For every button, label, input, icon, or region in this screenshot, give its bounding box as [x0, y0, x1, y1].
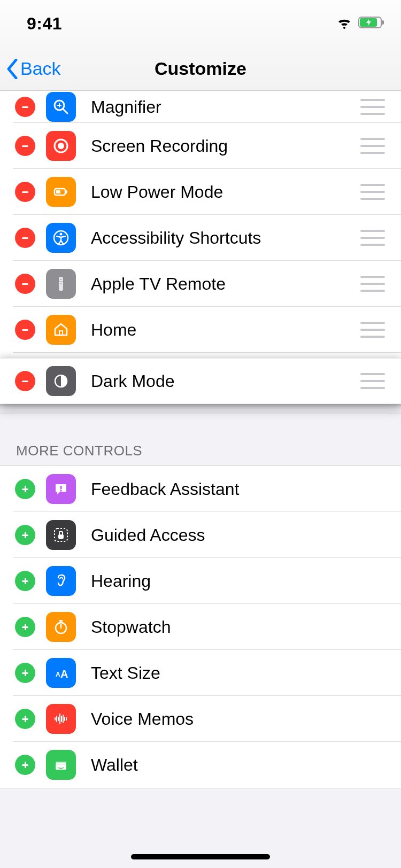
status-time: 9:41 [27, 14, 62, 34]
row-accessibility[interactable]: Accessibility Shortcuts [0, 215, 401, 261]
back-label: Back [20, 58, 61, 79]
remove-button[interactable] [15, 136, 35, 156]
add-button[interactable] [15, 755, 35, 775]
row-label: Low Power Mode [91, 182, 360, 202]
feedback-icon [46, 474, 76, 504]
svg-rect-35 [58, 534, 64, 539]
wifi-icon [336, 16, 353, 31]
row-label: Stopwatch [91, 617, 401, 637]
remove-button[interactable] [15, 371, 35, 391]
svg-rect-45 [25, 670, 26, 676]
add-button[interactable] [15, 479, 35, 499]
row-label: Accessibility Shortcuts [91, 228, 360, 248]
row-label: Magnifier [91, 97, 360, 117]
row-label: Voice Memos [91, 709, 401, 729]
row-label: Wallet [91, 755, 401, 775]
svg-rect-15 [22, 237, 28, 239]
row-label: Dark Mode [91, 371, 360, 391]
remove-button[interactable] [15, 182, 35, 202]
text-size-icon: AA [46, 658, 76, 688]
row-label: Guided Access [91, 525, 401, 545]
row-text-size[interactable]: AA Text Size [0, 650, 401, 696]
dark-mode-icon [46, 366, 76, 396]
svg-line-5 [63, 109, 67, 113]
drag-handle-icon[interactable] [360, 322, 385, 338]
svg-rect-3 [22, 106, 28, 108]
row-wallet[interactable]: Wallet [0, 742, 401, 788]
drag-handle-icon[interactable] [360, 138, 385, 154]
add-button[interactable] [15, 525, 35, 545]
row-label: Hearing [91, 571, 401, 591]
remove-button[interactable] [15, 228, 35, 248]
row-feedback[interactable]: Feedback Assistant [0, 466, 401, 512]
status-icons [336, 15, 385, 32]
waveform-icon [46, 704, 76, 734]
back-button[interactable]: Back [0, 58, 61, 79]
remove-button[interactable] [15, 320, 35, 340]
row-home[interactable]: Home [0, 307, 401, 353]
stopwatch-icon [46, 612, 76, 642]
svg-rect-11 [22, 191, 28, 193]
lock-dashed-icon [46, 520, 76, 550]
svg-rect-33 [25, 532, 26, 538]
magnifier-icon [46, 92, 76, 122]
row-stopwatch[interactable]: Stopwatch [0, 604, 401, 650]
row-magnifier[interactable]: Magnifier [0, 91, 401, 123]
add-button[interactable] [15, 709, 35, 729]
drag-handle-icon[interactable] [360, 373, 385, 389]
record-icon [46, 131, 76, 161]
wallet-icon [46, 750, 76, 780]
svg-rect-1 [382, 20, 384, 25]
svg-rect-49 [25, 716, 26, 722]
drag-handle-icon[interactable] [360, 184, 385, 200]
drag-handle-icon[interactable] [360, 230, 385, 246]
svg-rect-13 [66, 190, 67, 193]
ear-icon [46, 566, 76, 596]
chevron-left-icon [6, 59, 18, 79]
svg-rect-42 [59, 620, 63, 622]
add-button[interactable] [15, 617, 35, 637]
drag-handle-icon[interactable] [360, 99, 385, 115]
svg-rect-37 [25, 578, 26, 584]
svg-text:A: A [60, 668, 68, 680]
svg-rect-26 [22, 381, 28, 382]
svg-rect-30 [60, 486, 62, 489]
row-label: Apple TV Remote [91, 274, 360, 294]
more-controls-header: MORE CONTROLS [0, 414, 401, 466]
remove-button[interactable] [15, 97, 35, 117]
included-controls-list: Magnifier Screen Recording Low Power Mod… [0, 91, 401, 414]
row-label: Screen Recording [91, 136, 360, 156]
svg-rect-31 [60, 490, 62, 492]
battery-charging-icon [358, 15, 385, 32]
accessibility-icon [46, 223, 76, 253]
more-controls-list: Feedback Assistant Guided Access Hearing… [0, 466, 401, 788]
row-low-power[interactable]: Low Power Mode [0, 169, 401, 215]
row-dark-mode[interactable]: Dark Mode [0, 358, 401, 404]
svg-rect-8 [22, 145, 28, 147]
svg-point-17 [60, 233, 63, 236]
row-hearing[interactable]: Hearing [0, 558, 401, 604]
remote-icon [46, 269, 76, 299]
home-icon [46, 315, 76, 345]
row-voice-memos[interactable]: Voice Memos [0, 696, 401, 742]
row-screen-recording[interactable]: Screen Recording [0, 123, 401, 169]
svg-text:A: A [56, 671, 60, 678]
svg-point-22 [61, 281, 63, 282]
add-button[interactable] [15, 663, 35, 683]
row-label: Home [91, 320, 360, 340]
row-label: Feedback Assistant [91, 479, 401, 499]
drag-handle-icon[interactable] [360, 276, 385, 292]
status-bar: 9:41 [0, 0, 401, 47]
svg-rect-39 [25, 624, 26, 630]
svg-point-21 [59, 281, 60, 282]
svg-rect-24 [22, 329, 28, 331]
svg-rect-59 [25, 762, 26, 768]
row-guided-access[interactable]: Guided Access [0, 512, 401, 558]
svg-rect-29 [25, 486, 26, 492]
row-tv-remote[interactable]: Apple TV Remote [0, 261, 401, 307]
home-indicator[interactable] [131, 854, 270, 859]
svg-rect-62 [56, 765, 66, 770]
add-button[interactable] [15, 571, 35, 591]
remove-button[interactable] [15, 274, 35, 294]
battery-icon [46, 177, 76, 207]
